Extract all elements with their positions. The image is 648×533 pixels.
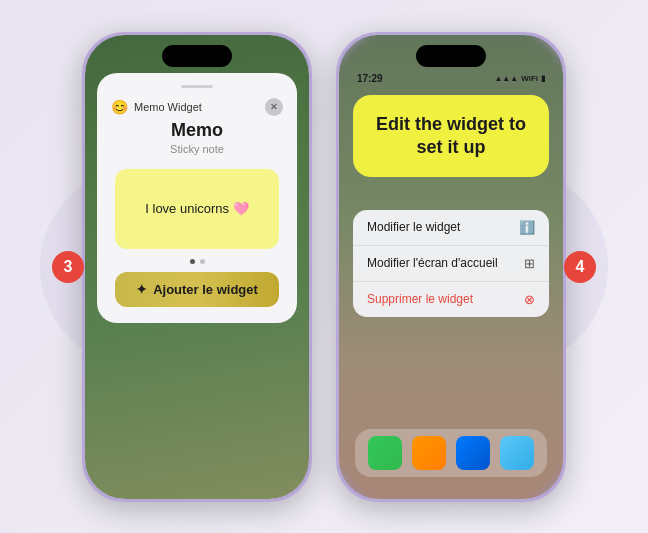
grid-icon: ⊞ — [524, 256, 535, 271]
edit-widget-text: Edit the widget to set it up — [369, 113, 533, 160]
widget-picker-header: 😊 Memo Widget ✕ — [111, 98, 283, 116]
widget-picker-title-text: Memo Widget — [134, 101, 202, 113]
dock-icon-3[interactable] — [456, 436, 490, 470]
delete-icon: ⊗ — [524, 292, 535, 307]
context-menu-item-delete-widget[interactable]: Supprimer le widget ⊗ — [353, 282, 549, 317]
dot-2 — [200, 259, 205, 264]
dock-icon-2[interactable] — [412, 436, 446, 470]
widget-picker: 😊 Memo Widget ✕ Memo Sticky note I love … — [97, 73, 297, 323]
scene: 3 4 😊 Memo Widget ✕ Memo Sticky note — [0, 0, 648, 533]
add-widget-button[interactable]: ✦ Ajouter le widget — [115, 272, 279, 307]
status-time: 17:29 — [357, 73, 383, 84]
memo-emoji: 😊 — [111, 99, 128, 115]
status-bar: 17:29 ▲▲▲ WiFi ▮ — [357, 73, 545, 84]
modify-widget-label: Modifier le widget — [367, 220, 460, 234]
phone-1-screen: 😊 Memo Widget ✕ Memo Sticky note I love … — [85, 35, 309, 499]
delete-widget-label: Supprimer le widget — [367, 292, 473, 306]
signal-icon: ▲▲▲ — [494, 74, 518, 83]
sticky-note-text: I love unicorns 🩷 — [145, 201, 248, 216]
dock-icon-4[interactable] — [500, 436, 534, 470]
add-icon: ✦ — [136, 282, 147, 297]
context-menu-item-modify-widget[interactable]: Modifier le widget ℹ️ — [353, 210, 549, 246]
dynamic-island-1 — [162, 45, 232, 67]
step-3-badge: 3 — [52, 251, 84, 283]
dot-1 — [190, 259, 195, 264]
sticky-note-preview: I love unicorns 🩷 — [115, 169, 279, 249]
widget-picker-title-row: 😊 Memo Widget — [111, 99, 202, 115]
wifi-icon: WiFi — [521, 74, 538, 83]
phone-2: 17:29 ▲▲▲ WiFi ▮ Edit the widget to set … — [336, 32, 566, 502]
status-icons: ▲▲▲ WiFi ▮ — [494, 74, 545, 83]
step-4-badge: 4 — [564, 251, 596, 283]
phone-2-dock — [355, 429, 547, 477]
edit-widget-card: Edit the widget to set it up — [353, 95, 549, 178]
widget-subtitle: Sticky note — [111, 143, 283, 155]
page-dots — [111, 259, 283, 264]
battery-icon: ▮ — [541, 74, 545, 83]
phone-2-screen: 17:29 ▲▲▲ WiFi ▮ Edit the widget to set … — [339, 35, 563, 499]
add-widget-label: Ajouter le widget — [153, 282, 258, 297]
close-button[interactable]: ✕ — [265, 98, 283, 116]
context-menu-item-modify-homescreen[interactable]: Modifier l'écran d'accueil ⊞ — [353, 246, 549, 282]
widget-name: Memo — [111, 120, 283, 141]
modify-homescreen-label: Modifier l'écran d'accueil — [367, 256, 498, 270]
dynamic-island-2 — [416, 45, 486, 67]
context-menu: Modifier le widget ℹ️ Modifier l'écran d… — [353, 210, 549, 317]
dock-icon-1[interactable] — [368, 436, 402, 470]
drag-indicator — [181, 85, 213, 88]
info-icon: ℹ️ — [519, 220, 535, 235]
phone-1: 😊 Memo Widget ✕ Memo Sticky note I love … — [82, 32, 312, 502]
